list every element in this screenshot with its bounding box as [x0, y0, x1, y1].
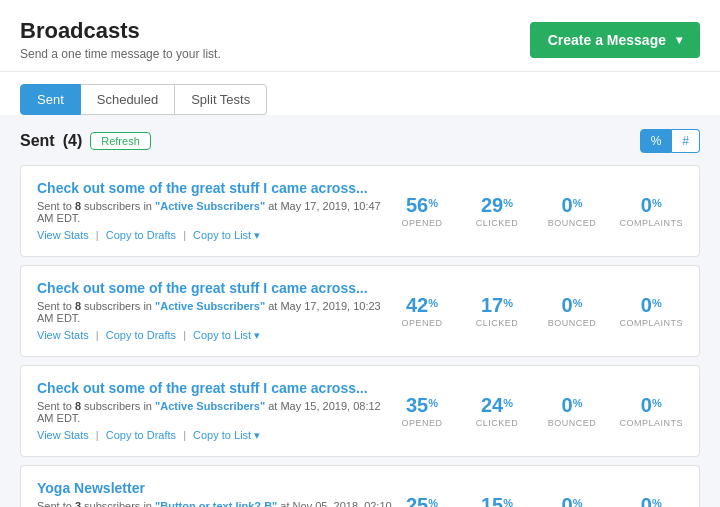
stat-complaints-value: 0% [619, 294, 683, 317]
stat-complaints-label: COMPLAINTS [619, 318, 683, 328]
stat-opened-pct: % [428, 197, 438, 209]
broadcast-stats: 25% OPENED 15% CLICKED 0% BOUNCED 0% COM… [394, 494, 683, 507]
separator: | [180, 329, 189, 341]
broadcast-actions: View Stats | Copy to Drafts | Copy to Li… [37, 329, 394, 342]
broadcast-action-0[interactable]: View Stats [37, 229, 89, 241]
stat-opened-value: 42% [394, 294, 449, 317]
stat-clicked: 17% CLICKED [469, 294, 524, 328]
broadcast-info: Check out some of the great stuff I came… [37, 380, 394, 442]
tab-scheduled[interactable]: Scheduled [81, 84, 175, 115]
stat-clicked-pct: % [503, 397, 513, 409]
broadcast-actions: View Stats | Copy to Drafts | Copy to Li… [37, 429, 394, 442]
hash-toggle-button[interactable]: # [672, 129, 700, 153]
broadcast-info: Check out some of the great stuff I came… [37, 280, 394, 342]
create-message-label: Create a Message [548, 32, 666, 48]
stat-clicked: 29% CLICKED [469, 194, 524, 228]
stat-bounced-value: 0% [544, 494, 599, 507]
page-title: Broadcasts [20, 18, 221, 44]
percent-toggle-button[interactable]: % [640, 129, 673, 153]
broadcast-action-1[interactable]: Copy to Drafts [106, 229, 176, 241]
broadcast-meta: Sent to 8 subscribers in "Active Subscri… [37, 300, 394, 324]
sent-label: Sent [20, 132, 55, 150]
stat-bounced-value: 0% [544, 194, 599, 217]
stat-bounced: 0% BOUNCED [544, 394, 599, 428]
stat-bounced-label: BOUNCED [544, 218, 599, 228]
broadcast-title[interactable]: Check out some of the great stuff I came… [37, 380, 394, 396]
separator: | [180, 429, 189, 441]
stat-opened-value: 56% [394, 194, 449, 217]
tab-split-tests[interactable]: Split Tests [175, 84, 267, 115]
create-message-button[interactable]: Create a Message ▾ [530, 22, 700, 58]
stat-opened-label: OPENED [394, 318, 449, 328]
stat-opened: 42% OPENED [394, 294, 449, 328]
stat-opened-label: OPENED [394, 418, 449, 428]
chevron-down-icon: ▾ [676, 33, 682, 47]
stat-clicked-value: 24% [469, 394, 524, 417]
tab-bar: Sent Scheduled Split Tests [0, 72, 720, 115]
stat-bounced-pct: % [573, 397, 583, 409]
stat-bounced-label: BOUNCED [544, 418, 599, 428]
broadcast-row: Check out some of the great stuff I came… [20, 165, 700, 257]
stat-clicked: 15% CLICKED [469, 494, 524, 507]
sent-header: Sent (4) Refresh % # [20, 129, 700, 153]
broadcast-action-1[interactable]: Copy to Drafts [106, 329, 176, 341]
separator: | [93, 429, 102, 441]
stat-bounced: 0% BOUNCED [544, 194, 599, 228]
stat-opened-pct: % [428, 397, 438, 409]
stat-bounced-label: BOUNCED [544, 318, 599, 328]
sent-title: Sent (4) Refresh [20, 132, 151, 150]
stat-complaints: 0% COMPLAINTS [619, 394, 683, 428]
tab-sent[interactable]: Sent [20, 84, 81, 115]
broadcast-title[interactable]: Yoga Newsletter [37, 480, 394, 496]
broadcast-action-2[interactable]: Copy to List [193, 229, 251, 241]
broadcast-actions: View Stats | Copy to Drafts | Copy to Li… [37, 229, 394, 242]
broadcast-action-0[interactable]: View Stats [37, 329, 89, 341]
dropdown-icon[interactable]: ▾ [254, 329, 260, 341]
broadcast-action-2[interactable]: Copy to List [193, 329, 251, 341]
stat-clicked-label: CLICKED [469, 318, 524, 328]
stat-clicked-pct: % [503, 197, 513, 209]
page-subtitle: Send a one time message to your list. [20, 47, 221, 61]
broadcast-action-1[interactable]: Copy to Drafts [106, 429, 176, 441]
broadcast-row: Check out some of the great stuff I came… [20, 265, 700, 357]
stat-complaints-label: COMPLAINTS [619, 218, 683, 228]
broadcast-meta: Sent to 3 subscribers in "Button or text… [37, 500, 394, 507]
stat-opened: 25% OPENED [394, 494, 449, 507]
stat-complaints-value: 0% [619, 194, 683, 217]
stat-bounced-pct: % [573, 497, 583, 507]
stat-opened-label: OPENED [394, 218, 449, 228]
dropdown-icon[interactable]: ▾ [254, 429, 260, 441]
stat-opened-value: 35% [394, 394, 449, 417]
refresh-button[interactable]: Refresh [90, 132, 151, 150]
separator: | [93, 229, 102, 241]
broadcast-row: Check out some of the great stuff I came… [20, 365, 700, 457]
separator: | [93, 329, 102, 341]
broadcast-title[interactable]: Check out some of the great stuff I came… [37, 280, 394, 296]
stat-clicked-label: CLICKED [469, 218, 524, 228]
separator: | [180, 229, 189, 241]
main-content: Sent (4) Refresh % # Check out some of t… [0, 115, 720, 507]
stat-complaints-value: 0% [619, 394, 683, 417]
stat-complaints-pct: % [652, 497, 662, 507]
broadcast-stats: 35% OPENED 24% CLICKED 0% BOUNCED 0% COM… [394, 394, 683, 428]
stat-clicked-value: 17% [469, 294, 524, 317]
stat-bounced-value: 0% [544, 294, 599, 317]
broadcast-title[interactable]: Check out some of the great stuff I came… [37, 180, 394, 196]
stat-clicked-value: 15% [469, 494, 524, 507]
stat-bounced-pct: % [573, 197, 583, 209]
stat-clicked-pct: % [503, 297, 513, 309]
broadcast-list: Check out some of the great stuff I came… [20, 165, 700, 507]
broadcast-info: Yoga NewsletterSent to 3 subscribers in … [37, 480, 394, 507]
sent-count: (4) [63, 132, 83, 150]
broadcast-stats: 42% OPENED 17% CLICKED 0% BOUNCED 0% COM… [394, 294, 683, 328]
stat-bounced-pct: % [573, 297, 583, 309]
stat-clicked-pct: % [503, 497, 513, 507]
stat-complaints-label: COMPLAINTS [619, 418, 683, 428]
dropdown-icon[interactable]: ▾ [254, 229, 260, 241]
broadcast-action-0[interactable]: View Stats [37, 429, 89, 441]
stat-opened: 35% OPENED [394, 394, 449, 428]
stat-bounced: 0% BOUNCED [544, 294, 599, 328]
stat-complaints-pct: % [652, 197, 662, 209]
stat-bounced: 0% BOUNCED [544, 494, 599, 507]
broadcast-action-2[interactable]: Copy to List [193, 429, 251, 441]
